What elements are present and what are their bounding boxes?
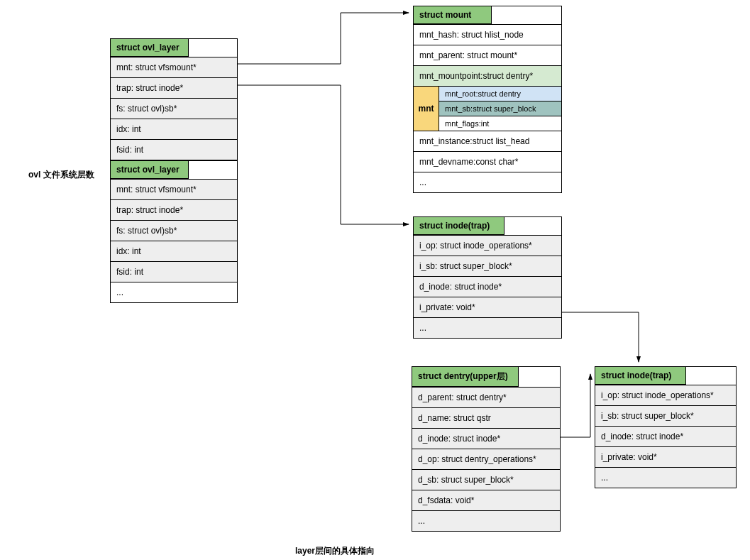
field: idx: int	[111, 241, 237, 262]
field: trap: struct inode*	[111, 200, 237, 221]
field: d_inode: struct inode*	[595, 427, 736, 447]
field: i_private: void*	[595, 447, 736, 468]
field: mnt: struct vfsmount*	[111, 180, 237, 200]
struct-mount: struct mount mnt_hash: struct hlist_node…	[413, 6, 562, 193]
nested-field: mnt_flags:int	[439, 116, 561, 131]
left-label: ovl 文件系统层数	[28, 169, 94, 181]
field-ellipsis: ...	[595, 468, 736, 488]
field: i_sb: struct super_block*	[595, 406, 736, 427]
field-ellipsis: ...	[111, 282, 237, 302]
field-ellipsis: ...	[412, 511, 560, 531]
nested-field: mnt_root:struct dentry	[439, 87, 561, 101]
struct-inode-trap-b: struct inode(trap) i_op: struct inode_op…	[595, 366, 737, 488]
field-ellipsis: ...	[414, 318, 561, 338]
field: mnt: struct vfsmount*	[111, 57, 237, 78]
field: idx: int	[111, 119, 237, 140]
field: fsid: int	[111, 262, 237, 282]
field: fs: struct ovl)sb*	[111, 221, 237, 241]
field: d_inode: struct inode*	[414, 277, 561, 297]
bottom-caption: layer层间的具体指向	[295, 545, 375, 557]
field: d_fsdata: void*	[412, 490, 560, 511]
struct-ovl-layer-b: struct ovl_layer mnt: struct vfsmount* t…	[110, 160, 238, 303]
struct-title: struct inode(trap)	[595, 367, 686, 385]
field: d_parent: struct dentry*	[412, 388, 560, 408]
field: d_sb: struct super_block*	[412, 470, 560, 490]
struct-ovl-layer-a: struct ovl_layer mnt: struct vfsmount* t…	[110, 38, 238, 160]
field: mnt_hash: struct hlist_node	[414, 25, 561, 45]
struct-title: struct ovl_layer	[111, 39, 189, 57]
struct-title: struct ovl_layer	[111, 161, 189, 179]
field: i_op: struct inode_operations*	[414, 236, 561, 256]
field: mnt_devname:const char*	[414, 152, 561, 172]
field: d_name: struct qstr	[412, 408, 560, 429]
struct-dentry-upper: struct dentry(upper层) d_parent: struct d…	[412, 366, 561, 532]
field: trap: struct inode*	[111, 78, 237, 99]
struct-title: struct mount	[414, 6, 492, 24]
struct-title: struct inode(trap)	[414, 217, 504, 235]
field-ellipsis: ...	[414, 172, 561, 192]
field: i_op: struct inode_operations*	[595, 385, 736, 406]
field: fs: struct ovl)sb*	[111, 99, 237, 119]
field: d_op: struct dentry_operations*	[412, 449, 560, 470]
struct-inode-trap-a: struct inode(trap) i_op: struct inode_op…	[413, 216, 562, 339]
nested-field: mnt_sb:struct super_block	[439, 101, 561, 116]
field: mnt_mountpoint:struct dentry*	[414, 66, 561, 87]
nested-mnt: mnt mnt_root:struct dentry mnt_sb:struct…	[414, 87, 561, 131]
field: mnt_parent: struct mount*	[414, 45, 561, 66]
field: i_private: void*	[414, 297, 561, 318]
field: mnt_instance:struct list_head	[414, 131, 561, 152]
field: d_inode: struct inode*	[412, 429, 560, 449]
struct-title: struct dentry(upper层)	[412, 367, 519, 387]
field: i_sb: struct super_block*	[414, 256, 561, 277]
field: fsid: int	[111, 140, 237, 160]
nested-label: mnt	[414, 87, 439, 131]
